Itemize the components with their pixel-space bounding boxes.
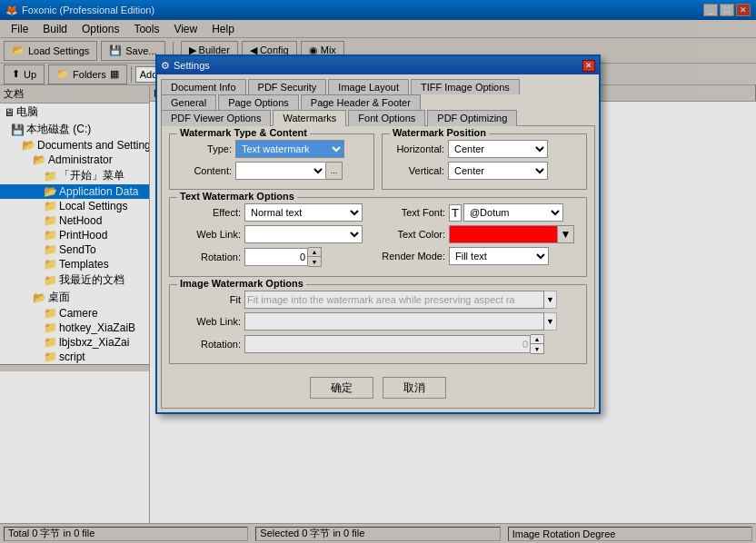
- weblink-select[interactable]: [244, 225, 363, 243]
- rotation-row: Rotation: ▲ ▼: [177, 247, 374, 267]
- type-label: Type:: [177, 143, 232, 154]
- text-watermark-right: Text Font: T @DotumArialTimes New Roman …: [382, 203, 579, 271]
- render-mode-label: Render Mode:: [382, 251, 445, 262]
- image-watermark-label: Image Watermark Options: [177, 278, 306, 289]
- tab-document-info[interactable]: Document Info: [161, 79, 246, 94]
- fit-label: Fit: [177, 294, 241, 305]
- watermark-position-column: Watermark Position Horizontal: CenterLef…: [382, 133, 587, 197]
- watermarks-tab-content: Watermark Type & Content Type: Text wate…: [161, 125, 595, 409]
- content-combo: ...: [235, 162, 343, 180]
- dialog-icon: ⚙: [161, 60, 170, 72]
- tabs-row-1: Document Info PDF Security Image Layout …: [161, 78, 595, 94]
- image-watermark-section: Image Watermark Options Fit ▼ Web Link: …: [169, 284, 587, 364]
- horizontal-label: Horizontal:: [390, 143, 444, 154]
- text-watermark-cols: Effect: Normal textOutlineShadow Web Lin…: [177, 203, 579, 271]
- fit-row: Fit ▼: [177, 291, 579, 309]
- tab-image-layout[interactable]: Image Layout: [328, 79, 409, 94]
- image-rotation-spinner: ▲ ▼: [244, 334, 544, 354]
- tab-page-header-footer[interactable]: Page Header & Footer: [301, 94, 421, 110]
- rotation-spin-buttons: ▲ ▼: [308, 247, 322, 267]
- rotation-spinner: ▲ ▼: [244, 247, 322, 267]
- vertical-select[interactable]: CenterTopBottom: [448, 162, 548, 180]
- weblink-row: Web Link:: [177, 225, 374, 243]
- text-font-combo: T @DotumArialTimes New Roman: [449, 203, 563, 222]
- type-select[interactable]: Text watermarkImage watermark: [235, 140, 344, 158]
- text-watermark-section: Text Watermark Options Effect: Normal te…: [169, 197, 587, 277]
- watermark-type-column: Watermark Type & Content Type: Text wate…: [169, 133, 374, 197]
- text-color-label: Text Color:: [382, 229, 445, 240]
- content-label: Content:: [177, 165, 232, 176]
- horizontal-select[interactable]: CenterLeftRight: [448, 140, 548, 158]
- fit-dropdown-button: ▼: [544, 291, 557, 309]
- image-weblink-row: Web Link: ▼: [177, 312, 579, 331]
- dialog-overlay: ⚙ Settings ✕ Document Info PDF Security …: [0, 0, 756, 543]
- effect-select[interactable]: Normal textOutlineShadow: [244, 203, 363, 222]
- image-rotation-label: Rotation:: [177, 339, 241, 350]
- rotation-up-button[interactable]: ▲: [308, 248, 321, 257]
- rotation-input[interactable]: [244, 248, 308, 266]
- dialog-title-bar: ⚙ Settings ✕: [157, 56, 599, 74]
- image-weblink-combo: ▼: [244, 312, 579, 331]
- image-weblink-label: Web Link:: [177, 316, 241, 327]
- render-mode-select[interactable]: Fill textStroke textFill and Stroke: [449, 247, 549, 265]
- text-font-label: Text Font:: [382, 207, 445, 218]
- tab-pdf-optimizing[interactable]: PDF Optimizing: [427, 110, 517, 126]
- image-rotation-row: Rotation: ▲ ▼: [177, 334, 579, 354]
- tab-tiff-image-options[interactable]: TIFF Image Options: [411, 79, 520, 94]
- image-weblink-input: [244, 312, 544, 331]
- tab-pdf-security[interactable]: PDF Security: [248, 79, 327, 94]
- dialog-buttons: 确定 取消: [169, 371, 587, 400]
- color-swatch[interactable]: [449, 225, 558, 243]
- watermark-type-label: Watermark Type & Content: [177, 127, 310, 138]
- text-font-row: Text Font: T @DotumArialTimes New Roman: [382, 203, 579, 222]
- dialog-title: Settings: [174, 60, 582, 71]
- dialog-close-button[interactable]: ✕: [582, 60, 595, 72]
- effect-row: Effect: Normal textOutlineShadow: [177, 203, 374, 222]
- font-icon: T: [449, 204, 462, 222]
- tab-font-options[interactable]: Font Options: [348, 110, 425, 126]
- dialog-body: Document Info PDF Security Image Layout …: [157, 74, 599, 412]
- image-rotation-down-button: ▼: [531, 344, 543, 353]
- text-watermark-left: Effect: Normal textOutlineShadow Web Lin…: [177, 203, 374, 271]
- effect-label: Effect:: [177, 207, 241, 218]
- content-browse-button[interactable]: ...: [326, 162, 343, 180]
- ok-button[interactable]: 确定: [310, 377, 373, 399]
- content-select[interactable]: [235, 162, 326, 180]
- tab-general[interactable]: General: [161, 94, 216, 110]
- text-watermark-label: Text Watermark Options: [177, 191, 297, 202]
- tab-watermarks[interactable]: Watermarks: [273, 110, 346, 126]
- rotation-down-button[interactable]: ▼: [308, 257, 321, 266]
- vertical-label: Vertical:: [390, 165, 444, 176]
- image-rotation-spin-buttons: ▲ ▼: [531, 334, 544, 354]
- tab-page-options[interactable]: Page Options: [218, 94, 299, 110]
- text-font-select[interactable]: @DotumArialTimes New Roman: [463, 203, 563, 222]
- watermark-position-section: Watermark Position Horizontal: CenterLef…: [382, 133, 587, 190]
- content-row: Content: ...: [177, 162, 366, 180]
- text-color-picker: ▼: [449, 225, 574, 243]
- image-rotation-input: [244, 335, 531, 353]
- tabs-row-3: PDF Viewer Options Watermarks Font Optio…: [161, 109, 595, 125]
- watermark-position-label: Watermark Position: [390, 127, 489, 138]
- vertical-row: Vertical: CenterTopBottom: [390, 162, 579, 180]
- cancel-button[interactable]: 取消: [383, 377, 446, 399]
- horizontal-row: Horizontal: CenterLeftRight: [390, 140, 579, 158]
- text-color-row: Text Color: ▼: [382, 225, 579, 243]
- fit-input: [244, 291, 544, 309]
- image-rotation-up-button: ▲: [531, 335, 543, 344]
- type-row: Type: Text watermarkImage watermark: [177, 140, 366, 158]
- tab-pdf-viewer-options[interactable]: PDF Viewer Options: [161, 110, 271, 126]
- tabs-row-2: General Page Options Page Header & Foote…: [161, 94, 595, 109]
- weblink-label: Web Link:: [177, 229, 241, 240]
- settings-dialog: ⚙ Settings ✕ Document Info PDF Security …: [155, 54, 601, 414]
- top-sections: Watermark Type & Content Type: Text wate…: [169, 133, 587, 197]
- rotation-label: Rotation:: [177, 252, 241, 262]
- watermark-type-section: Watermark Type & Content Type: Text wate…: [169, 133, 374, 190]
- render-mode-row: Render Mode: Fill textStroke textFill an…: [382, 247, 579, 265]
- color-dropdown-button[interactable]: ▼: [558, 225, 574, 243]
- fit-combo: ▼: [244, 291, 579, 309]
- image-weblink-dropdown-button: ▼: [544, 312, 557, 331]
